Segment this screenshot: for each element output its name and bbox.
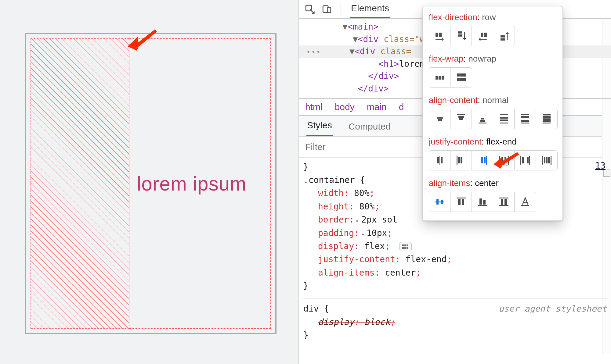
source-line-link[interactable]: 13 — [595, 159, 606, 172]
ai-end-icon[interactable] — [472, 192, 493, 212]
svg-rect-63 — [527, 157, 529, 163]
svg-rect-9 — [404, 247, 406, 249]
svg-rect-81 — [499, 198, 508, 198]
preview-heading: lorem ipsum — [137, 173, 247, 195]
ac-end-icon[interactable] — [472, 109, 493, 129]
svg-rect-77 — [462, 199, 464, 205]
svg-rect-78 — [479, 198, 482, 205]
fd-row-icon[interactable] — [429, 26, 450, 46]
fw-nowrap-icon[interactable] — [429, 68, 450, 87]
ac-start-icon[interactable] — [450, 109, 472, 129]
crumb-body[interactable]: body — [335, 102, 355, 112]
flex-remaining-space-overlay — [31, 38, 129, 329]
svg-rect-79 — [483, 200, 486, 205]
ac-stretch-icon[interactable] — [536, 109, 557, 129]
svg-rect-29 — [438, 119, 442, 121]
fw-wrap-icon[interactable] — [450, 68, 472, 87]
dom-node-main[interactable]: <main> — [348, 22, 378, 32]
dom-node-h1[interactable]: <h1> — [378, 59, 399, 69]
ai-baseline-icon[interactable] — [515, 192, 536, 212]
dom-node-div[interactable]: <div — [358, 34, 384, 44]
svg-rect-38 — [500, 120, 508, 121]
dom-node-close-div2[interactable]: </div> — [358, 84, 389, 94]
svg-rect-48 — [437, 157, 439, 163]
svg-rect-16 — [484, 33, 487, 37]
svg-rect-56 — [486, 156, 487, 165]
tab-styles[interactable]: Styles — [306, 116, 333, 136]
svg-rect-37 — [500, 117, 508, 119]
ac-label: align-content: normal — [429, 95, 556, 105]
annotation-arrow-icon — [494, 150, 521, 172]
svg-rect-23 — [460, 73, 463, 77]
inspect-icon[interactable] — [305, 4, 315, 14]
svg-rect-85 — [521, 205, 529, 206]
svg-rect-30 — [457, 114, 465, 115]
svg-rect-73 — [436, 199, 439, 205]
svg-rect-41 — [521, 116, 529, 118]
ai-center-icon[interactable] — [429, 192, 450, 212]
svg-rect-64 — [529, 156, 530, 165]
flex-editor-toggle-icon[interactable] — [400, 242, 412, 251]
jc-end-icon[interactable] — [472, 151, 493, 170]
svg-rect-31 — [458, 116, 464, 118]
jc-start-icon[interactable] — [450, 151, 472, 170]
ac-space-between-icon[interactable] — [515, 109, 536, 129]
svg-rect-24 — [463, 73, 466, 77]
svg-rect-11 — [436, 33, 438, 37]
tab-elements[interactable]: Elements — [350, 0, 390, 18]
ua-stylesheet-label: user agent stylesheet — [499, 302, 607, 315]
device-toggle-icon[interactable] — [322, 4, 332, 14]
svg-rect-13 — [458, 31, 462, 34]
svg-rect-65 — [542, 156, 543, 165]
svg-rect-15 — [481, 33, 483, 37]
svg-rect-68 — [548, 157, 550, 163]
svg-rect-18 — [501, 38, 505, 41]
svg-rect-76 — [458, 199, 461, 205]
svg-rect-7 — [407, 244, 408, 246]
svg-rect-50 — [439, 156, 440, 165]
svg-rect-39 — [500, 123, 508, 123]
crumb-main[interactable]: main — [367, 102, 387, 112]
svg-rect-67 — [546, 157, 548, 163]
svg-rect-80 — [478, 205, 487, 206]
jc-space-evenly-icon[interactable] — [536, 151, 557, 170]
svg-rect-21 — [442, 76, 444, 80]
svg-rect-12 — [439, 33, 442, 37]
page-preview: lorem ipsum — [0, 0, 298, 364]
crumb-div[interactable]: d — [399, 102, 404, 112]
ai-start-icon[interactable] — [450, 192, 472, 212]
svg-rect-26 — [460, 78, 463, 81]
dom-node-div-selected[interactable]: <div — [355, 46, 380, 56]
jc-label: justify-content: flex-end — [429, 137, 556, 147]
crumb-html[interactable]: html — [305, 102, 323, 112]
svg-rect-52 — [458, 157, 460, 163]
flexbox-editor-popover: flex-direction: row flex-wrap: nowrap — [422, 6, 563, 221]
svg-rect-17 — [501, 35, 505, 37]
svg-rect-46 — [543, 119, 551, 122]
svg-rect-20 — [439, 76, 441, 80]
svg-rect-8 — [402, 247, 404, 249]
ai-stretch-icon[interactable] — [493, 192, 515, 212]
fd-column-icon[interactable] — [450, 26, 472, 46]
svg-rect-49 — [441, 157, 443, 163]
ac-center-icon[interactable] — [429, 109, 450, 129]
fd-label: flex-direction: row — [429, 12, 556, 22]
svg-rect-6 — [404, 244, 406, 246]
jc-center-icon[interactable] — [429, 151, 450, 170]
svg-rect-42 — [521, 120, 529, 122]
toolbar-divider — [341, 3, 341, 15]
ai-label: align-items: center — [429, 178, 556, 188]
tab-computed[interactable]: Computed — [348, 118, 391, 136]
svg-marker-0 — [128, 29, 157, 46]
svg-rect-66 — [544, 157, 545, 163]
svg-rect-51 — [457, 156, 457, 165]
ac-space-around-icon[interactable] — [493, 109, 515, 129]
fd-column-reverse-icon[interactable] — [493, 26, 515, 46]
dom-node-close-div[interactable]: </div> — [368, 71, 399, 81]
svg-rect-4 — [327, 7, 331, 12]
ellipsis-icon[interactable]: ••• — [306, 48, 324, 56]
fd-row-reverse-icon[interactable] — [472, 26, 493, 46]
svg-rect-35 — [479, 123, 486, 123]
svg-rect-5 — [402, 244, 404, 246]
svg-rect-54 — [481, 157, 483, 163]
